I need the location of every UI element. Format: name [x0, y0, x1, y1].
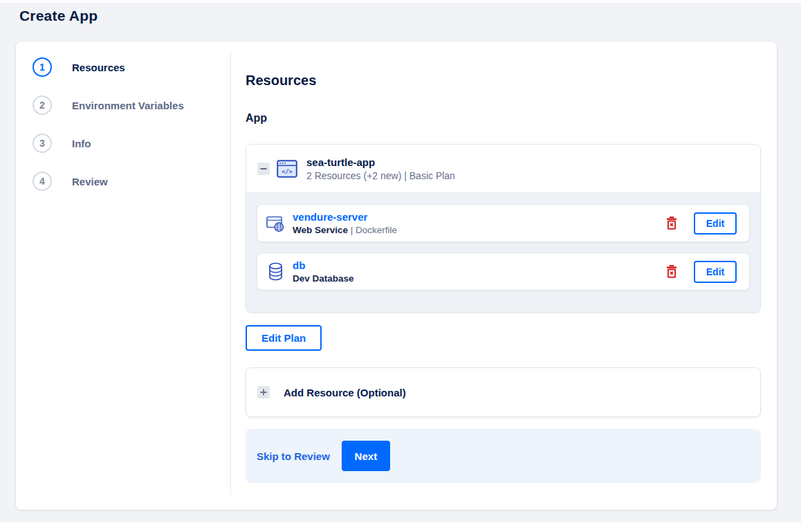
app-card: </> sea-turtle-app 2 Resources (+2 new) … [246, 144, 761, 313]
footer-action-bar: Skip to Review Next [246, 429, 761, 483]
resource-separator: | [351, 225, 353, 235]
page-title: Create App [19, 8, 98, 24]
bottom-strip [0, 522, 801, 532]
stepper-item-environment-variables[interactable]: 2 Environment Variables [33, 95, 230, 115]
app-summary: 2 Resources (+2 new) | Basic Plan [306, 170, 455, 181]
content-heading: Resources [246, 71, 761, 89]
top-strip [0, 0, 801, 3]
step-number-badge: 3 [33, 134, 52, 153]
app-resources-list: vendure-server Web Service | Dockerfile [246, 192, 760, 313]
resource-row-db: db Dev Database [257, 253, 750, 291]
add-resource-card[interactable]: Add Resource (Optional) [246, 367, 761, 417]
skip-to-review-link[interactable]: Skip to Review [257, 450, 330, 462]
edit-resource-button[interactable]: Edit [694, 261, 737, 283]
stepper-item-review[interactable]: 4 Review [33, 172, 230, 191]
stepper-item-info[interactable]: 3 Info [33, 134, 230, 153]
database-cylinder-icon [266, 262, 284, 281]
delete-resource-button[interactable] [666, 217, 677, 230]
resource-titles: db Dev Database [293, 259, 666, 284]
app-card-header: </> sea-turtle-app 2 Resources (+2 new) … [246, 145, 760, 192]
code-window-icon: </> [277, 160, 297, 178]
resource-detail: Dockerfile [356, 225, 397, 235]
trash-icon [666, 265, 677, 278]
step-number-badge: 4 [33, 172, 52, 191]
plus-icon [257, 386, 270, 398]
step-label: Resources [72, 62, 125, 73]
step-number-badge: 2 [33, 95, 52, 115]
step-label: Environment Variables [72, 100, 184, 111]
collapse-app-button[interactable] [257, 163, 270, 175]
create-app-card: 1 Resources 2 Environment Variables 3 In… [16, 42, 777, 510]
stepper: 1 Resources 2 Environment Variables 3 In… [16, 42, 230, 210]
resource-subtitle: Dev Database [293, 273, 666, 284]
svg-text:</>: </> [282, 168, 292, 175]
step-label: Review [72, 176, 108, 187]
resource-row-vendure-server: vendure-server Web Service | Dockerfile [257, 204, 750, 242]
resource-subtitle: Web Service | Dockerfile [293, 225, 666, 235]
app-name: sea-turtle-app [306, 156, 455, 168]
stepper-item-resources[interactable]: 1 Resources [33, 57, 230, 77]
app-titles: sea-turtle-app 2 Resources (+2 new) | Ba… [306, 156, 455, 181]
add-resource-label: Add Resource (Optional) [284, 387, 406, 398]
minus-icon [260, 165, 267, 172]
resource-type: Web Service [293, 225, 348, 235]
edit-resource-button[interactable]: Edit [694, 212, 737, 235]
app-section-label: App [246, 111, 761, 125]
resource-type: Dev Database [293, 273, 354, 284]
delete-resource-button[interactable] [666, 265, 677, 278]
browser-globe-icon [266, 214, 284, 232]
resources-step-content: Resources App </> [231, 42, 777, 510]
resource-name-link[interactable]: vendure-server [293, 211, 367, 223]
step-label: Info [72, 138, 91, 149]
resource-name-link[interactable]: db [293, 259, 305, 271]
edit-plan-button[interactable]: Edit Plan [246, 325, 322, 351]
step-number-badge: 1 [33, 57, 52, 77]
resource-titles: vendure-server Web Service | Dockerfile [293, 211, 666, 235]
next-button[interactable]: Next [342, 441, 390, 471]
trash-icon [666, 217, 677, 230]
